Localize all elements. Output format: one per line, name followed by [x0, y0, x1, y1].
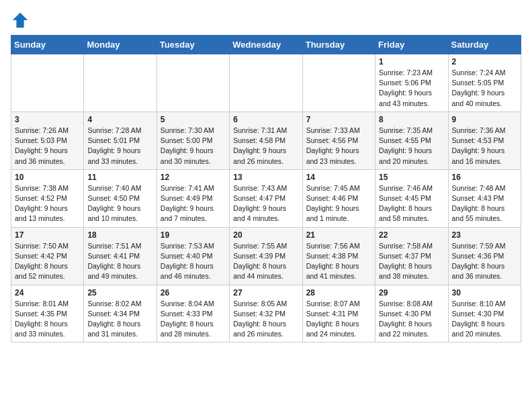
day-number: 16 — [452, 173, 517, 182]
day-info: Sunrise: 7:53 AM Sunset: 4:40 PM Dayligh… — [161, 241, 226, 282]
day-header-saturday: Saturday — [448, 36, 521, 54]
day-number: 11 — [87, 173, 152, 182]
day-info: Sunrise: 7:45 AM Sunset: 4:46 PM Dayligh… — [306, 183, 371, 224]
calendar-cell — [230, 54, 302, 112]
calendar-cell: 12Sunrise: 7:41 AM Sunset: 4:49 PM Dayli… — [157, 169, 229, 227]
day-number: 6 — [233, 115, 298, 124]
logo — [11, 11, 34, 30]
calendar-cell: 8Sunrise: 7:35 AM Sunset: 4:55 PM Daylig… — [375, 111, 448, 169]
header — [11, 11, 521, 30]
day-info: Sunrise: 7:28 AM Sunset: 5:01 PM Dayligh… — [87, 126, 152, 167]
calendar-week-5: 24Sunrise: 8:01 AM Sunset: 4:35 PM Dayli… — [11, 285, 521, 342]
day-info: Sunrise: 7:24 AM Sunset: 5:05 PM Dayligh… — [452, 68, 517, 109]
day-info: Sunrise: 8:07 AM Sunset: 4:31 PM Dayligh… — [306, 299, 371, 340]
calendar-cell: 20Sunrise: 7:55 AM Sunset: 4:39 PM Dayli… — [230, 227, 302, 285]
day-number: 19 — [161, 230, 226, 240]
day-number: 7 — [306, 115, 371, 124]
day-header-wednesday: Wednesday — [230, 36, 302, 54]
calendar-cell: 7Sunrise: 7:33 AM Sunset: 4:56 PM Daylig… — [302, 111, 375, 169]
calendar-week-2: 3Sunrise: 7:26 AM Sunset: 5:03 PM Daylig… — [11, 111, 521, 169]
day-number: 20 — [233, 230, 298, 240]
day-number: 17 — [15, 230, 80, 240]
day-number: 23 — [452, 230, 517, 240]
day-number: 13 — [233, 173, 298, 182]
calendar-cell: 24Sunrise: 8:01 AM Sunset: 4:35 PM Dayli… — [11, 285, 84, 342]
day-number: 12 — [161, 173, 226, 182]
day-info: Sunrise: 7:30 AM Sunset: 5:00 PM Dayligh… — [161, 126, 226, 167]
day-info: Sunrise: 8:05 AM Sunset: 4:32 PM Dayligh… — [233, 299, 298, 340]
calendar-cell — [302, 54, 375, 112]
calendar-week-1: 1Sunrise: 7:23 AM Sunset: 5:06 PM Daylig… — [11, 54, 521, 112]
day-number: 24 — [15, 288, 80, 298]
day-number: 5 — [161, 115, 226, 124]
calendar-cell: 23Sunrise: 7:59 AM Sunset: 4:36 PM Dayli… — [448, 227, 521, 285]
day-number: 10 — [15, 173, 80, 182]
day-number: 4 — [87, 115, 152, 124]
day-info: Sunrise: 7:26 AM Sunset: 5:03 PM Dayligh… — [15, 126, 80, 167]
calendar-cell — [84, 54, 157, 112]
calendar-cell: 15Sunrise: 7:46 AM Sunset: 4:45 PM Dayli… — [375, 169, 448, 227]
day-number: 8 — [379, 115, 444, 124]
day-info: Sunrise: 7:59 AM Sunset: 4:36 PM Dayligh… — [452, 241, 517, 282]
day-number: 27 — [233, 288, 298, 298]
calendar-cell: 10Sunrise: 7:38 AM Sunset: 4:52 PM Dayli… — [11, 169, 84, 227]
calendar-cell: 2Sunrise: 7:24 AM Sunset: 5:05 PM Daylig… — [448, 54, 521, 112]
day-header-tuesday: Tuesday — [157, 36, 229, 54]
calendar-header-row: SundayMondayTuesdayWednesdayThursdayFrid… — [11, 36, 521, 54]
day-info: Sunrise: 7:43 AM Sunset: 4:47 PM Dayligh… — [233, 183, 298, 224]
calendar-cell: 30Sunrise: 8:10 AM Sunset: 4:30 PM Dayli… — [448, 285, 521, 342]
day-info: Sunrise: 8:01 AM Sunset: 4:35 PM Dayligh… — [15, 299, 80, 340]
calendar-cell: 28Sunrise: 8:07 AM Sunset: 4:31 PM Dayli… — [302, 285, 375, 342]
calendar-cell: 14Sunrise: 7:45 AM Sunset: 4:46 PM Dayli… — [302, 169, 375, 227]
day-info: Sunrise: 7:58 AM Sunset: 4:37 PM Dayligh… — [379, 241, 444, 282]
svg-marker-0 — [13, 13, 28, 28]
calendar-cell: 27Sunrise: 8:05 AM Sunset: 4:32 PM Dayli… — [230, 285, 302, 342]
calendar-week-4: 17Sunrise: 7:50 AM Sunset: 4:42 PM Dayli… — [11, 227, 521, 285]
calendar-cell: 25Sunrise: 8:02 AM Sunset: 4:34 PM Dayli… — [84, 285, 157, 342]
calendar-cell: 29Sunrise: 8:08 AM Sunset: 4:30 PM Dayli… — [375, 285, 448, 342]
day-info: Sunrise: 7:46 AM Sunset: 4:45 PM Dayligh… — [379, 183, 444, 224]
day-header-friday: Friday — [375, 36, 448, 54]
calendar-cell: 22Sunrise: 7:58 AM Sunset: 4:37 PM Dayli… — [375, 227, 448, 285]
day-number: 29 — [379, 288, 444, 298]
day-info: Sunrise: 7:41 AM Sunset: 4:49 PM Dayligh… — [161, 183, 226, 224]
calendar-cell: 19Sunrise: 7:53 AM Sunset: 4:40 PM Dayli… — [157, 227, 229, 285]
day-number: 26 — [161, 288, 226, 298]
day-info: Sunrise: 7:38 AM Sunset: 4:52 PM Dayligh… — [15, 183, 80, 224]
calendar-cell: 4Sunrise: 7:28 AM Sunset: 5:01 PM Daylig… — [84, 111, 157, 169]
day-number: 22 — [379, 230, 444, 240]
calendar-cell: 3Sunrise: 7:26 AM Sunset: 5:03 PM Daylig… — [11, 111, 84, 169]
day-info: Sunrise: 8:10 AM Sunset: 4:30 PM Dayligh… — [452, 299, 517, 340]
day-number: 28 — [306, 288, 371, 298]
day-number: 15 — [379, 173, 444, 182]
day-number: 18 — [87, 230, 152, 240]
day-number: 30 — [452, 288, 517, 298]
calendar-week-3: 10Sunrise: 7:38 AM Sunset: 4:52 PM Dayli… — [11, 169, 521, 227]
day-info: Sunrise: 7:33 AM Sunset: 4:56 PM Dayligh… — [306, 126, 371, 167]
calendar-cell: 16Sunrise: 7:48 AM Sunset: 4:43 PM Dayli… — [448, 169, 521, 227]
day-info: Sunrise: 7:50 AM Sunset: 4:42 PM Dayligh… — [15, 241, 80, 282]
calendar-cell: 18Sunrise: 7:51 AM Sunset: 4:41 PM Dayli… — [84, 227, 157, 285]
day-number: 1 — [379, 57, 444, 66]
calendar-cell: 5Sunrise: 7:30 AM Sunset: 5:00 PM Daylig… — [157, 111, 229, 169]
day-info: Sunrise: 7:36 AM Sunset: 4:53 PM Dayligh… — [452, 126, 517, 167]
day-info: Sunrise: 7:35 AM Sunset: 4:55 PM Dayligh… — [379, 126, 444, 167]
day-header-monday: Monday — [84, 36, 157, 54]
day-number: 14 — [306, 173, 371, 182]
day-number: 3 — [15, 115, 80, 124]
calendar: SundayMondayTuesdayWednesdayThursdayFrid… — [11, 35, 521, 342]
day-info: Sunrise: 7:48 AM Sunset: 4:43 PM Dayligh… — [452, 183, 517, 224]
calendar-cell: 26Sunrise: 8:04 AM Sunset: 4:33 PM Dayli… — [157, 285, 229, 342]
calendar-cell: 9Sunrise: 7:36 AM Sunset: 4:53 PM Daylig… — [448, 111, 521, 169]
day-info: Sunrise: 7:23 AM Sunset: 5:06 PM Dayligh… — [379, 68, 444, 109]
calendar-cell — [157, 54, 229, 112]
day-number: 25 — [87, 288, 152, 298]
day-info: Sunrise: 8:02 AM Sunset: 4:34 PM Dayligh… — [87, 299, 152, 340]
calendar-cell: 11Sunrise: 7:40 AM Sunset: 4:50 PM Dayli… — [84, 169, 157, 227]
day-info: Sunrise: 7:40 AM Sunset: 4:50 PM Dayligh… — [87, 183, 152, 224]
day-number: 2 — [452, 57, 517, 66]
calendar-cell: 21Sunrise: 7:56 AM Sunset: 4:38 PM Dayli… — [302, 227, 375, 285]
calendar-cell: 1Sunrise: 7:23 AM Sunset: 5:06 PM Daylig… — [375, 54, 448, 112]
day-number: 21 — [306, 230, 371, 240]
calendar-cell — [11, 54, 84, 112]
